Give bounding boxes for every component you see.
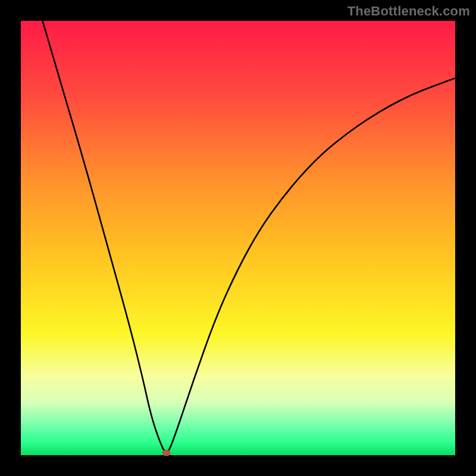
bottleneck-curve xyxy=(21,21,455,455)
watermark-text: TheBottleneck.com xyxy=(347,4,470,19)
plot-area xyxy=(21,21,455,455)
curve-path xyxy=(43,21,456,452)
chart-frame: TheBottleneck.com xyxy=(0,0,476,476)
minimum-marker xyxy=(162,450,171,456)
